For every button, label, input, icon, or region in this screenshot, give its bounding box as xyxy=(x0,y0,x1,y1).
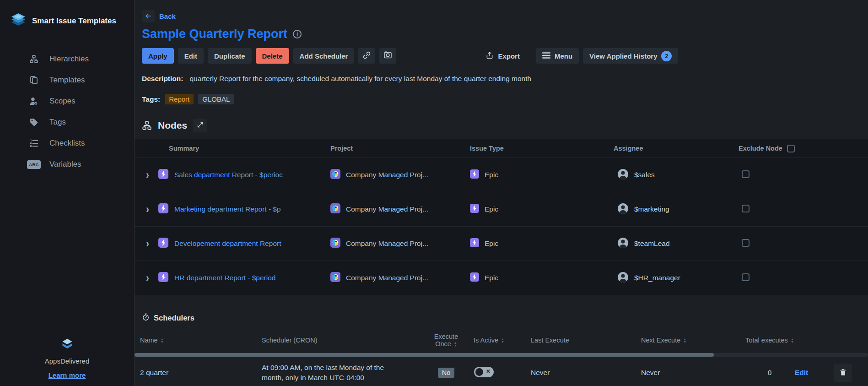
issue-type-label: Epic xyxy=(485,274,498,282)
epic-issue-icon xyxy=(158,238,168,250)
sort-icon[interactable] xyxy=(791,338,794,343)
scrollbar-thumb[interactable] xyxy=(135,353,714,357)
node-summary-link[interactable]: Marketing department Report - $p xyxy=(174,205,281,213)
scheduler-row: 2 quarter At 09:00 AM, on the last Monda… xyxy=(135,359,868,386)
page-title: Sample Quarterly Report xyxy=(142,27,287,41)
sidebar-item-templates[interactable]: Templates xyxy=(0,70,134,91)
sidebar-item-label: Templates xyxy=(49,76,85,85)
add-scheduler-button[interactable]: Add Scheduler xyxy=(293,48,355,64)
project-name: Company Managed Proj... xyxy=(346,171,428,179)
info-icon[interactable] xyxy=(293,30,302,38)
node-summary-link[interactable]: Sales department Report - $perioc xyxy=(174,171,283,179)
exclude-node-checkbox[interactable] xyxy=(742,170,749,178)
expand-nodes-button[interactable] xyxy=(193,119,207,132)
assignee-name: $sales xyxy=(634,171,655,179)
horizontal-scrollbar xyxy=(135,353,868,357)
exclude-node-checkbox[interactable] xyxy=(742,205,749,212)
nodes-table: Summary Project Issue Type Assignee Excl… xyxy=(135,139,868,295)
expand-row-chevron[interactable] xyxy=(146,170,152,180)
schedulers-table-header: Name Scheduler (CRON) Execute Once Is Ac… xyxy=(135,328,868,352)
epic-issue-type-icon xyxy=(470,204,479,215)
back-arrow-icon xyxy=(142,10,155,22)
node-table-row: HR department Report - $period Company M… xyxy=(135,261,868,295)
column-total-executes[interactable]: Total executes xyxy=(744,337,795,344)
delete-scheduler-button[interactable] xyxy=(834,364,852,382)
schedulers-table: Name Scheduler (CRON) Execute Once Is Ac… xyxy=(135,328,868,386)
column-exclude-node: Exclude Node xyxy=(739,145,782,152)
sort-icon[interactable] xyxy=(683,338,686,343)
templates-icon xyxy=(28,76,39,85)
epic-issue-icon xyxy=(158,203,168,215)
execute-once-badge: No xyxy=(438,368,455,378)
expand-row-chevron[interactable] xyxy=(146,204,152,215)
sidebar-item-label: Checklists xyxy=(49,139,85,148)
sidebar-item-label: Tags xyxy=(49,118,66,127)
nodes-section-title: Nodes xyxy=(158,120,187,131)
view-applied-history-button[interactable]: View Applied History 2 xyxy=(583,48,678,64)
column-next-execute[interactable]: Next Execute xyxy=(634,337,744,344)
sidebar-item-label: Variables xyxy=(49,160,81,169)
sidebar-footer: AppsDelivered Learn more xyxy=(0,338,134,386)
node-summary-link[interactable]: Developement department Report xyxy=(174,239,281,248)
column-is-active[interactable]: Is Active xyxy=(467,337,524,344)
appsdelivered-logo-icon xyxy=(61,344,74,352)
exclude-all-checkbox[interactable] xyxy=(787,145,795,152)
description-label: Description: xyxy=(142,75,183,83)
epic-issue-type-icon xyxy=(470,169,479,180)
exclude-node-checkbox[interactable] xyxy=(742,273,749,281)
scheduler-name: 2 quarter xyxy=(135,369,256,377)
total-executes-value: 0 xyxy=(744,369,795,377)
column-scheduler-cron: Scheduler (CRON) xyxy=(256,337,426,344)
issue-type-label: Epic xyxy=(485,171,498,179)
sidebar-item-checklists[interactable]: Checklists xyxy=(0,133,134,154)
column-issue-type: Issue Type xyxy=(470,145,614,152)
sort-icon[interactable] xyxy=(501,338,504,343)
node-table-row: Marketing department Report - $p Company… xyxy=(135,192,868,226)
scopes-icon xyxy=(28,97,39,106)
project-name: Company Managed Proj... xyxy=(346,205,428,213)
variables-abc-icon: ABC xyxy=(28,160,39,169)
node-table-row: Developement department Report Company M… xyxy=(135,226,868,261)
expand-row-chevron[interactable] xyxy=(146,239,152,249)
tag-chip-report: Report xyxy=(165,94,194,104)
checklist-icon xyxy=(28,139,39,148)
back-button[interactable]: Back xyxy=(135,9,868,23)
column-name[interactable]: Name xyxy=(135,337,256,344)
exclude-node-checkbox[interactable] xyxy=(742,239,749,247)
sort-icon[interactable] xyxy=(161,338,164,343)
scheduler-cron-text: At 09:00 AM, on the last Monday of the m… xyxy=(256,363,426,383)
assignee-avatar xyxy=(617,272,629,285)
delete-button[interactable]: Delete xyxy=(256,48,289,64)
expand-row-chevron[interactable] xyxy=(146,273,152,283)
sidebar-item-scopes[interactable]: Scopes xyxy=(0,91,134,112)
column-last-execute: Last Execute xyxy=(524,337,634,344)
sidebar-item-hierarchies[interactable]: Hierarchies xyxy=(0,49,134,70)
screenshot-button[interactable] xyxy=(379,48,396,64)
assignee-name: $teamLead xyxy=(634,239,670,248)
learn-more-link[interactable]: Learn more xyxy=(49,371,86,379)
app-logo-icon xyxy=(10,13,27,29)
menu-button[interactable]: Menu xyxy=(536,48,579,64)
copy-link-button[interactable] xyxy=(358,48,375,64)
hamburger-icon xyxy=(542,52,550,60)
assignee-name: $HR_manager xyxy=(634,274,680,282)
sidebar-item-tags[interactable]: Tags xyxy=(0,112,134,133)
nodes-table-header: Summary Project Issue Type Assignee Excl… xyxy=(135,139,868,158)
sort-icon[interactable] xyxy=(454,342,457,347)
column-execute-once[interactable]: Execute Once xyxy=(426,333,467,348)
edit-button[interactable]: Edit xyxy=(178,48,204,64)
apply-button[interactable]: Apply xyxy=(142,48,174,64)
issue-type-label: Epic xyxy=(485,239,498,248)
view-applied-history-label: View Applied History xyxy=(589,52,657,60)
sidebar-item-variables[interactable]: ABC Variables xyxy=(0,154,134,175)
export-button[interactable]: Export xyxy=(479,48,526,64)
edit-scheduler-link[interactable]: Edit xyxy=(795,369,808,376)
duplicate-button[interactable]: Duplicate xyxy=(208,48,252,64)
last-execute-value: Never xyxy=(524,369,634,377)
is-active-toggle[interactable]: ✕ xyxy=(474,367,494,377)
epic-issue-type-icon xyxy=(470,238,479,249)
tag-icon xyxy=(28,118,39,127)
app-logo-row: Smart Issue Templates xyxy=(0,0,134,29)
project-avatar xyxy=(330,169,340,181)
node-summary-link[interactable]: HR department Report - $period xyxy=(174,274,275,282)
